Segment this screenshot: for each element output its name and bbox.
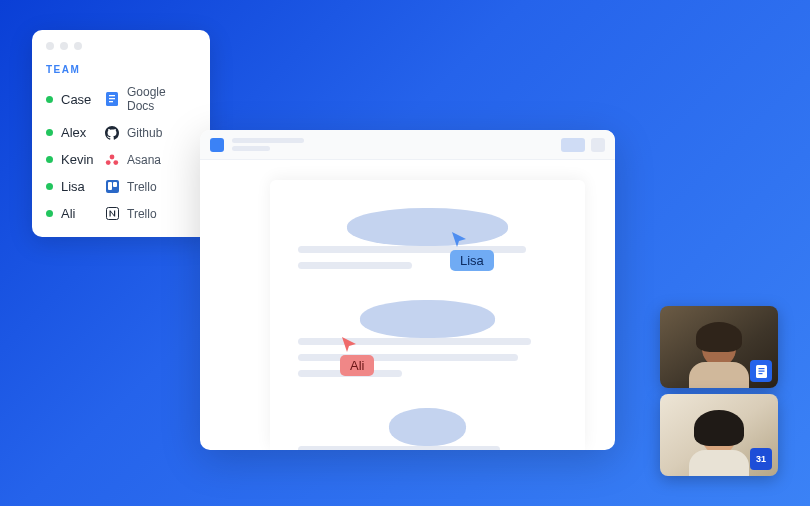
team-member-row[interactable]: Alex Github [46,125,196,140]
member-name: Case [61,92,97,107]
video-call-stack: 31 [660,306,778,476]
video-tile[interactable] [660,306,778,388]
video-tile[interactable]: 31 [660,394,778,476]
member-name: Ali [61,206,97,221]
member-app-name: Asana [127,153,161,167]
participant-avatar [684,410,754,476]
svg-rect-7 [106,180,119,193]
google-docs-icon [105,92,119,106]
toolbar-skeleton-line [232,138,304,143]
member-app-name: Trello [127,180,157,194]
team-member-row[interactable]: Ali Trello [46,206,196,221]
team-member-row[interactable]: Lisa Trello [46,179,196,194]
window-controls [46,42,196,50]
svg-rect-13 [758,370,764,371]
status-online-dot [46,183,53,190]
github-icon [105,126,119,140]
team-member-row[interactable]: Case Google Docs [46,85,196,113]
svg-rect-12 [758,368,764,369]
toolbar-skeleton-line [232,146,270,151]
member-name: Alex [61,125,97,140]
notion-icon [105,207,119,221]
browser-toolbar [200,130,615,160]
participant-avatar [684,322,754,388]
cursor-icon [450,230,468,248]
member-app-name: Github [127,126,162,140]
status-online-dot [46,210,53,217]
collaborator-cursor-ali: Ali [340,335,374,376]
document-page[interactable] [270,180,585,450]
member-name: Kevin [61,152,97,167]
doc-text-skeleton [298,354,518,361]
asana-icon [105,153,119,167]
cursor-icon [340,335,358,353]
svg-point-4 [110,154,115,159]
doc-heading-skeleton [360,300,495,338]
doc-text-skeleton [298,262,412,269]
browser-window [200,130,615,450]
doc-heading-skeleton [389,408,467,446]
svg-point-5 [106,160,111,165]
member-app-name: Trello [127,207,157,221]
status-online-dot [46,96,53,103]
app-logo-icon [210,138,224,152]
collaborator-cursor-lisa: Lisa [450,230,494,271]
doc-text-skeleton [298,338,531,345]
trello-icon [105,180,119,194]
svg-rect-2 [109,98,115,99]
toolbar-button[interactable] [561,138,585,152]
traffic-light-dot [60,42,68,50]
collaborator-label: Ali [340,355,374,376]
calendar-day-number: 31 [756,454,766,464]
team-member-row[interactable]: Kevin Asana [46,152,196,167]
svg-point-6 [113,160,118,165]
svg-rect-14 [758,373,762,374]
toolbar-button[interactable] [591,138,605,152]
member-name: Lisa [61,179,97,194]
team-section-label: TEAM [46,64,196,75]
traffic-light-dot [46,42,54,50]
member-app-name: Google Docs [127,85,196,113]
svg-rect-8 [108,182,112,190]
status-online-dot [46,156,53,163]
status-online-dot [46,129,53,136]
google-calendar-icon: 31 [750,448,772,470]
google-docs-icon [750,360,772,382]
collaborator-label: Lisa [450,250,494,271]
traffic-light-dot [74,42,82,50]
team-panel: TEAM Case Google Docs Alex Github Kevin … [32,30,210,237]
svg-rect-9 [113,182,117,187]
doc-text-skeleton [298,446,500,450]
svg-rect-1 [109,95,115,96]
svg-rect-3 [109,101,113,102]
